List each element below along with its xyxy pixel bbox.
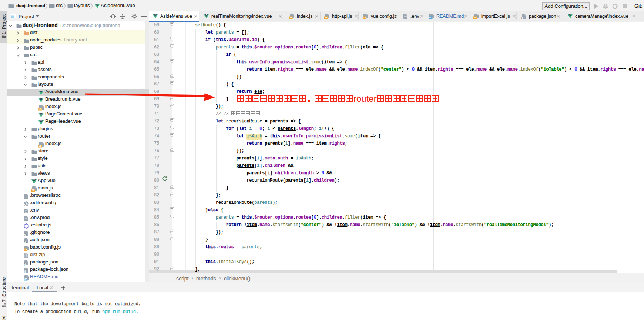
svg-text:{}: {} <box>24 263 27 266</box>
svg-text:MD: MD <box>429 16 432 19</box>
svg-text:MD: MD <box>24 278 27 280</box>
svg-text:{}: {} <box>24 241 27 243</box>
svg-text:JS: JS <box>39 145 42 147</box>
svg-text:JS: JS <box>325 16 328 19</box>
svg-text:JS: JS <box>39 108 42 110</box>
svg-text:JS: JS <box>363 16 366 19</box>
svg-text:JS: JS <box>32 189 35 192</box>
svg-text:JS: JS <box>24 248 27 251</box>
svg-text:JS: JS <box>474 16 477 19</box>
svg-text:{}: {} <box>521 17 524 19</box>
svg-text:{}: {} <box>24 270 27 273</box>
svg-text:JS: JS <box>289 16 293 19</box>
